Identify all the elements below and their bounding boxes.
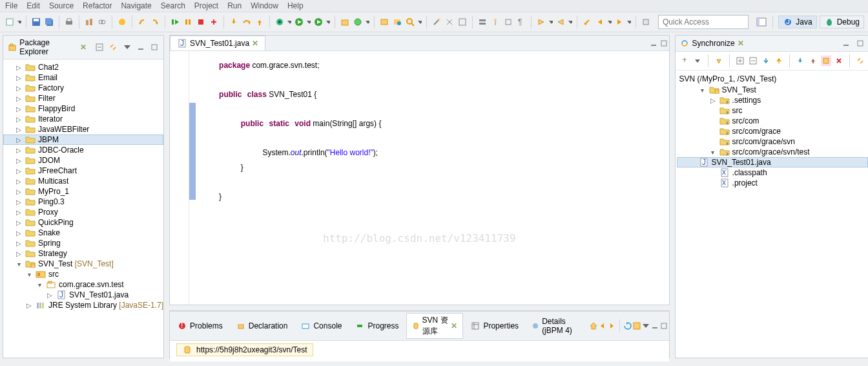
toggle-mark-button[interactable] bbox=[490, 16, 501, 28]
menu-navigate[interactable]: Navigate bbox=[121, 1, 151, 10]
perspective-java[interactable]: J Java bbox=[778, 16, 816, 28]
expand-icon[interactable]: ▷ bbox=[15, 188, 23, 195]
link-editor-button[interactable] bbox=[108, 42, 118, 52]
next-annotation-dropdown[interactable] bbox=[548, 19, 553, 25]
undo-button[interactable] bbox=[136, 16, 148, 28]
new-dropdown[interactable] bbox=[17, 19, 22, 25]
toggle-breadcrumb-button[interactable] bbox=[477, 16, 488, 28]
suspend-button[interactable] bbox=[182, 16, 194, 28]
collapse-button[interactable] bbox=[633, 321, 641, 331]
maximize-button[interactable] bbox=[855, 38, 865, 48]
toggle-block-button[interactable] bbox=[502, 16, 514, 28]
jre-library-item[interactable]: ▷JRE System Library [JavaSE-1.7] bbox=[3, 300, 163, 310]
debug-skip-button[interactable] bbox=[116, 16, 128, 28]
source-folder-item[interactable]: ▾src bbox=[3, 269, 163, 279]
project-item[interactable]: ▷Multicast bbox=[3, 176, 163, 186]
link-editor-button[interactable] bbox=[855, 56, 865, 66]
project-item[interactable]: ▷Email bbox=[3, 72, 163, 83]
menu-help[interactable]: Help bbox=[287, 1, 304, 10]
next-diff-button[interactable] bbox=[714, 56, 724, 66]
run-dropdown[interactable] bbox=[306, 19, 311, 25]
close-icon[interactable]: ✕ bbox=[80, 43, 87, 52]
project-item[interactable]: ▷Filter bbox=[3, 93, 163, 103]
tab-details[interactable]: Details (jBPM 4) bbox=[526, 315, 587, 337]
incoming-button[interactable] bbox=[761, 56, 771, 66]
menu-project[interactable]: Project bbox=[194, 1, 218, 10]
back-button[interactable] bbox=[594, 16, 606, 28]
new-package-button[interactable] bbox=[339, 16, 351, 28]
project-item[interactable]: ▷Strategy bbox=[3, 248, 163, 259]
project-item[interactable]: ▷Ping0.3 bbox=[3, 197, 163, 207]
view-menu-button[interactable] bbox=[122, 42, 132, 52]
sync-file-item[interactable]: JSVN_Test01.java bbox=[677, 157, 868, 167]
package-item[interactable]: ▾com.grace.svn.test bbox=[3, 279, 163, 290]
expand-icon[interactable]: ▷ bbox=[15, 230, 23, 237]
svn-repo-item[interactable]: https://5h9j8h2uxeagit3/svn/Test bbox=[176, 343, 313, 356]
search-dropdown[interactable] bbox=[417, 19, 422, 25]
project-item[interactable]: ▾SVN_Test [SVN_Test] bbox=[3, 259, 163, 269]
close-icon[interactable]: ✕ bbox=[738, 39, 744, 48]
expand-icon[interactable]: ▷ bbox=[15, 147, 23, 154]
open-type-button[interactable] bbox=[378, 16, 390, 28]
last-edit-button[interactable] bbox=[581, 16, 593, 28]
save-all-button[interactable] bbox=[43, 16, 55, 28]
sync-file-item[interactable]: x.classpath bbox=[677, 167, 868, 178]
menu-file[interactable]: File bbox=[5, 1, 17, 10]
project-item[interactable]: ▷Chat2 bbox=[3, 62, 163, 72]
tab-svn[interactable]: SVN 资源库✕ bbox=[406, 313, 464, 339]
expand-icon[interactable]: ▷ bbox=[25, 302, 33, 309]
collapse-icon[interactable]: ▾ bbox=[36, 281, 43, 288]
collapse-all-button[interactable] bbox=[94, 42, 104, 52]
debug-dropdown[interactable] bbox=[287, 19, 292, 25]
expand-icon[interactable]: ▷ bbox=[709, 97, 717, 104]
sync-folder-item[interactable]: src/com bbox=[677, 116, 868, 126]
next-annotation-button[interactable] bbox=[535, 16, 547, 28]
back-dropdown[interactable] bbox=[607, 19, 612, 25]
minimize-button[interactable] bbox=[136, 42, 145, 52]
debug-button[interactable] bbox=[274, 16, 285, 28]
view-menu-button[interactable] bbox=[642, 321, 650, 331]
toggle-comment-button[interactable] bbox=[444, 16, 455, 28]
tab-properties[interactable]: Properties bbox=[464, 319, 524, 332]
expand-icon[interactable]: ▷ bbox=[15, 167, 23, 175]
run-last-dropdown[interactable] bbox=[326, 19, 331, 25]
java-file-item[interactable]: ▷JSVN_Test01.java bbox=[3, 290, 163, 300]
close-icon[interactable]: ✕ bbox=[252, 39, 258, 48]
menu-edit[interactable]: Edit bbox=[26, 1, 40, 10]
project-item[interactable]: ▷QuickPing bbox=[3, 217, 163, 228]
pin-button[interactable] bbox=[679, 56, 690, 66]
link-button[interactable] bbox=[96, 16, 108, 28]
project-item[interactable]: ▷MyPro_1 bbox=[3, 186, 163, 197]
step-over-button[interactable] bbox=[241, 16, 253, 28]
show-whitespace-button[interactable]: ¶ bbox=[515, 16, 527, 28]
close-icon[interactable]: ✕ bbox=[451, 321, 457, 330]
terminate-button[interactable] bbox=[195, 16, 207, 28]
wand-button[interactable] bbox=[431, 16, 442, 28]
collapse-icon[interactable]: ▾ bbox=[709, 149, 717, 156]
step-into-button[interactable] bbox=[228, 16, 240, 28]
home-button[interactable] bbox=[590, 321, 597, 331]
project-item[interactable]: ▷JDBC-Oracle bbox=[3, 145, 163, 155]
disconnect-button[interactable] bbox=[208, 16, 220, 28]
menu-search[interactable]: Search bbox=[161, 1, 185, 10]
project-item[interactable]: ▷FlappyBird bbox=[3, 103, 163, 114]
sync-folder-item[interactable]: src/com/grace bbox=[677, 126, 868, 136]
project-item[interactable]: ▷JBPM bbox=[3, 135, 163, 145]
forward-dropdown[interactable] bbox=[626, 19, 632, 25]
minimize-button[interactable] bbox=[841, 38, 851, 48]
collapse-icon[interactable]: ▾ bbox=[25, 271, 33, 278]
perspective-debug[interactable]: Debug bbox=[820, 16, 864, 28]
expand-icon[interactable]: ▷ bbox=[15, 178, 23, 185]
refresh-button[interactable] bbox=[624, 321, 632, 331]
project-item[interactable]: ▷Proxy bbox=[3, 207, 163, 217]
project-item[interactable]: ▷JDOM bbox=[3, 155, 163, 166]
tab-problems[interactable]: !Problems bbox=[171, 319, 229, 332]
expand-icon[interactable]: ▷ bbox=[46, 292, 54, 299]
conflict-button[interactable] bbox=[834, 56, 844, 66]
show-changesets-button[interactable] bbox=[821, 56, 831, 66]
expand-icon[interactable]: ▷ bbox=[15, 250, 23, 257]
expand-icon[interactable]: ▷ bbox=[15, 74, 23, 81]
pin-button[interactable] bbox=[640, 16, 652, 28]
menu-run[interactable]: Run bbox=[227, 1, 242, 10]
redo-button[interactable] bbox=[149, 16, 161, 28]
